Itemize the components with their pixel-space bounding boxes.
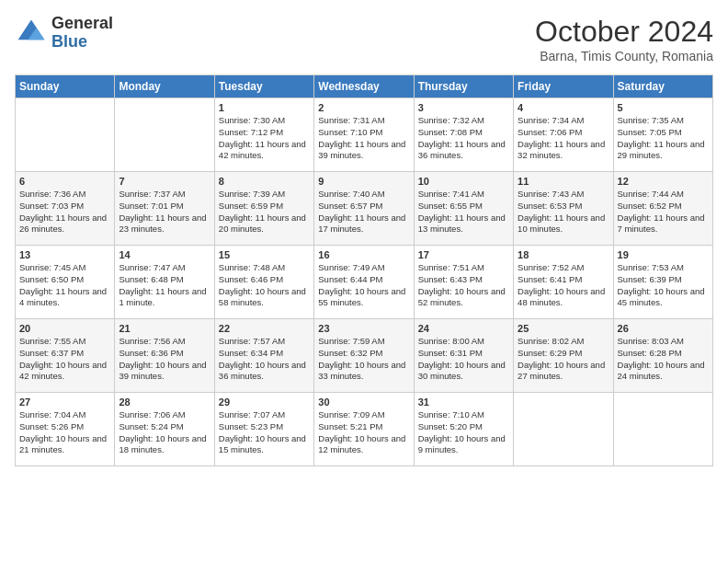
- day-cell: 26Sunrise: 8:03 AMSunset: 6:28 PMDayligh…: [613, 319, 712, 393]
- day-cell: 7Sunrise: 7:37 AMSunset: 7:01 PMDaylight…: [115, 172, 214, 246]
- logo-icon: [15, 17, 48, 50]
- day-info: Sunrise: 7:31 AMSunset: 7:10 PMDaylight:…: [318, 115, 409, 162]
- day-info: Sunrise: 7:47 AMSunset: 6:48 PMDaylight:…: [119, 262, 210, 309]
- day-cell: 20Sunrise: 7:55 AMSunset: 6:37 PMDayligh…: [16, 319, 115, 393]
- calendar-header-row: SundayMondayTuesdayWednesdayThursdayFrid…: [16, 75, 713, 98]
- day-cell: 1Sunrise: 7:30 AMSunset: 7:12 PMDaylight…: [214, 98, 313, 172]
- day-number: 13: [19, 249, 110, 260]
- day-info: Sunrise: 7:49 AMSunset: 6:44 PMDaylight:…: [318, 262, 409, 309]
- day-cell: 6Sunrise: 7:36 AMSunset: 7:03 PMDaylight…: [16, 172, 115, 246]
- day-info: Sunrise: 7:59 AMSunset: 6:32 PMDaylight:…: [318, 336, 409, 383]
- day-cell: 9Sunrise: 7:40 AMSunset: 6:57 PMDaylight…: [314, 172, 414, 246]
- week-row-3: 13Sunrise: 7:45 AMSunset: 6:50 PMDayligh…: [16, 246, 713, 319]
- day-info: Sunrise: 7:04 AMSunset: 5:26 PMDaylight:…: [19, 409, 110, 456]
- logo-blue: Blue: [51, 33, 113, 52]
- day-info: Sunrise: 7:32 AMSunset: 7:08 PMDaylight:…: [418, 115, 509, 162]
- month-title: October 2024: [535, 15, 713, 49]
- day-info: Sunrise: 7:44 AMSunset: 6:52 PMDaylight:…: [618, 189, 709, 236]
- day-cell: [115, 98, 214, 172]
- day-number: 29: [219, 396, 310, 408]
- day-number: 2: [318, 102, 409, 113]
- day-cell: 22Sunrise: 7:57 AMSunset: 6:34 PMDayligh…: [214, 319, 313, 393]
- day-cell: 21Sunrise: 7:56 AMSunset: 6:36 PMDayligh…: [115, 319, 214, 393]
- day-number: 28: [119, 396, 210, 408]
- day-cell: 10Sunrise: 7:41 AMSunset: 6:55 PMDayligh…: [414, 172, 513, 246]
- day-cell: 25Sunrise: 8:02 AMSunset: 6:29 PMDayligh…: [514, 319, 613, 393]
- day-info: Sunrise: 7:48 AMSunset: 6:46 PMDaylight:…: [219, 262, 310, 309]
- day-info: Sunrise: 7:56 AMSunset: 6:36 PMDaylight:…: [119, 336, 210, 383]
- day-cell: 3Sunrise: 7:32 AMSunset: 7:08 PMDaylight…: [414, 98, 513, 172]
- day-cell: [514, 393, 613, 466]
- day-info: Sunrise: 7:09 AMSunset: 5:21 PMDaylight:…: [318, 409, 409, 456]
- day-number: 25: [518, 323, 609, 334]
- day-info: Sunrise: 7:41 AMSunset: 6:55 PMDaylight:…: [418, 189, 509, 236]
- day-cell: 29Sunrise: 7:07 AMSunset: 5:23 PMDayligh…: [214, 393, 313, 466]
- week-row-4: 20Sunrise: 7:55 AMSunset: 6:37 PMDayligh…: [16, 319, 713, 393]
- day-number: 1: [219, 102, 310, 113]
- day-info: Sunrise: 7:43 AMSunset: 6:53 PMDaylight:…: [518, 189, 609, 236]
- day-info: Sunrise: 7:39 AMSunset: 6:59 PMDaylight:…: [219, 189, 310, 236]
- header-tuesday: Tuesday: [214, 75, 313, 98]
- day-info: Sunrise: 7:57 AMSunset: 6:34 PMDaylight:…: [219, 336, 310, 383]
- day-info: Sunrise: 7:55 AMSunset: 6:37 PMDaylight:…: [19, 336, 110, 383]
- day-cell: 19Sunrise: 7:53 AMSunset: 6:39 PMDayligh…: [613, 246, 712, 319]
- day-info: Sunrise: 8:03 AMSunset: 6:28 PMDaylight:…: [618, 336, 709, 383]
- day-number: 19: [618, 249, 709, 260]
- day-cell: 13Sunrise: 7:45 AMSunset: 6:50 PMDayligh…: [16, 246, 115, 319]
- day-cell: 15Sunrise: 7:48 AMSunset: 6:46 PMDayligh…: [214, 246, 313, 319]
- day-cell: 4Sunrise: 7:34 AMSunset: 7:06 PMDaylight…: [514, 98, 613, 172]
- day-number: 16: [318, 249, 409, 260]
- day-info: Sunrise: 8:02 AMSunset: 6:29 PMDaylight:…: [518, 336, 609, 383]
- day-cell: 2Sunrise: 7:31 AMSunset: 7:10 PMDaylight…: [314, 98, 414, 172]
- day-number: 26: [618, 323, 709, 334]
- day-cell: 24Sunrise: 8:00 AMSunset: 6:31 PMDayligh…: [414, 319, 513, 393]
- logo-text: General Blue: [51, 15, 113, 52]
- day-number: 8: [219, 176, 310, 187]
- day-info: Sunrise: 7:06 AMSunset: 5:24 PMDaylight:…: [119, 409, 210, 456]
- day-number: 12: [618, 176, 709, 187]
- day-cell: 28Sunrise: 7:06 AMSunset: 5:24 PMDayligh…: [115, 393, 214, 466]
- day-cell: 18Sunrise: 7:52 AMSunset: 6:41 PMDayligh…: [514, 246, 613, 319]
- day-cell: 8Sunrise: 7:39 AMSunset: 6:59 PMDaylight…: [214, 172, 313, 246]
- day-cell: 30Sunrise: 7:09 AMSunset: 5:21 PMDayligh…: [314, 393, 414, 466]
- day-number: 5: [618, 102, 709, 113]
- calendar-table: SundayMondayTuesdayWednesdayThursdayFrid…: [15, 75, 713, 466]
- day-number: 24: [418, 323, 509, 334]
- header-thursday: Thursday: [414, 75, 513, 98]
- location: Barna, Timis County, Romania: [535, 49, 713, 63]
- day-number: 31: [418, 396, 509, 408]
- day-number: 10: [418, 176, 509, 187]
- day-cell: 27Sunrise: 7:04 AMSunset: 5:26 PMDayligh…: [16, 393, 115, 466]
- day-cell: [613, 393, 712, 466]
- day-info: Sunrise: 7:10 AMSunset: 5:20 PMDaylight:…: [418, 409, 509, 456]
- day-info: Sunrise: 7:45 AMSunset: 6:50 PMDaylight:…: [19, 262, 110, 309]
- day-number: 23: [318, 323, 409, 334]
- day-number: 11: [518, 176, 609, 187]
- day-info: Sunrise: 7:53 AMSunset: 6:39 PMDaylight:…: [618, 262, 709, 309]
- day-info: Sunrise: 7:35 AMSunset: 7:05 PMDaylight:…: [618, 115, 709, 162]
- day-info: Sunrise: 7:34 AMSunset: 7:06 PMDaylight:…: [518, 115, 609, 162]
- day-cell: [16, 98, 115, 172]
- day-number: 22: [219, 323, 310, 334]
- day-number: 30: [318, 396, 409, 408]
- title-section: October 2024 Barna, Timis County, Romani…: [535, 15, 713, 63]
- day-number: 20: [19, 323, 110, 334]
- day-cell: 16Sunrise: 7:49 AMSunset: 6:44 PMDayligh…: [314, 246, 414, 319]
- day-info: Sunrise: 7:30 AMSunset: 7:12 PMDaylight:…: [219, 115, 310, 162]
- day-cell: 5Sunrise: 7:35 AMSunset: 7:05 PMDaylight…: [613, 98, 712, 172]
- header-sunday: Sunday: [16, 75, 115, 98]
- day-info: Sunrise: 7:07 AMSunset: 5:23 PMDaylight:…: [219, 409, 310, 456]
- header-wednesday: Wednesday: [314, 75, 414, 98]
- day-number: 18: [518, 249, 609, 260]
- day-info: Sunrise: 7:52 AMSunset: 6:41 PMDaylight:…: [518, 262, 609, 309]
- day-cell: 12Sunrise: 7:44 AMSunset: 6:52 PMDayligh…: [613, 172, 712, 246]
- day-cell: 23Sunrise: 7:59 AMSunset: 6:32 PMDayligh…: [314, 319, 414, 393]
- day-info: Sunrise: 8:00 AMSunset: 6:31 PMDaylight:…: [418, 336, 509, 383]
- day-number: 6: [19, 176, 110, 187]
- day-number: 15: [219, 249, 310, 260]
- day-cell: 31Sunrise: 7:10 AMSunset: 5:20 PMDayligh…: [414, 393, 513, 466]
- day-info: Sunrise: 7:40 AMSunset: 6:57 PMDaylight:…: [318, 189, 409, 236]
- day-number: 21: [119, 323, 210, 334]
- day-cell: 14Sunrise: 7:47 AMSunset: 6:48 PMDayligh…: [115, 246, 214, 319]
- day-number: 14: [119, 249, 210, 260]
